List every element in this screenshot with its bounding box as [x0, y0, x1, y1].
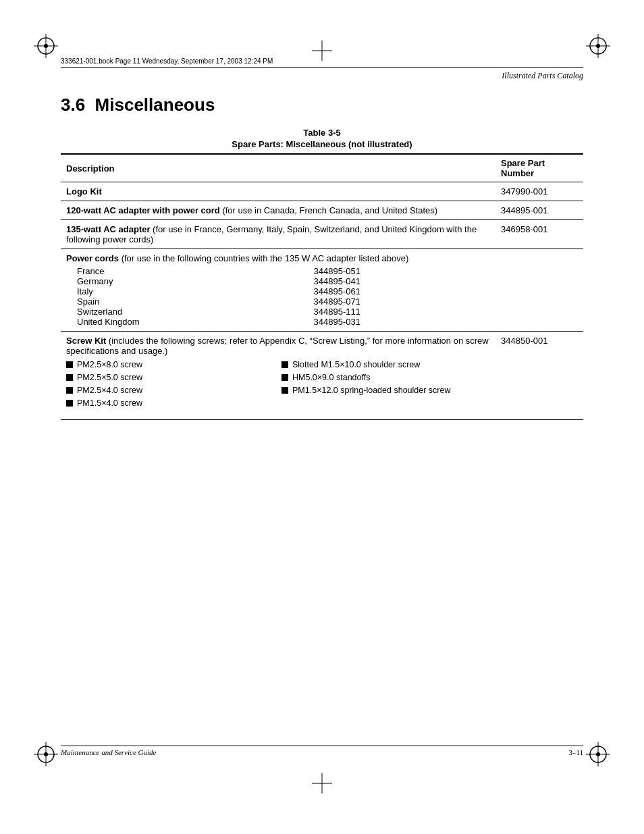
bullet-square-1 — [66, 361, 73, 368]
country-uk: United Kingdom — [77, 317, 158, 327]
screw-item-7: PM1.5×12.0 spring-loaded shoulder screw — [281, 386, 490, 395]
table-title-line1: Table 3-5 — [61, 128, 583, 138]
description-120w: 120-watt AC adapter with power cord (for… — [61, 201, 495, 220]
bullet-square-6 — [281, 374, 288, 381]
bullet-square-7 — [281, 387, 288, 394]
col-header-description: Description — [61, 154, 495, 182]
svg-point-15 — [596, 752, 600, 756]
screw-label-4: PM1.5×4.0 screw — [77, 398, 142, 408]
screw-label-6: HM5.0×9.0 standoffs — [292, 373, 370, 382]
parts-table: Description Spare Part Number Logo Kit 3… — [61, 153, 583, 420]
screw-col-left: PM2.5×8.0 screw PM2.5×5.0 screw PM2.5×4.… — [66, 360, 275, 411]
screw-item-2: PM2.5×5.0 screw — [66, 373, 275, 382]
country-italy: Italy — [77, 286, 158, 296]
country-row-france: France 344895-051 — [77, 266, 360, 276]
screw-label-2: PM2.5×5.0 screw — [77, 373, 142, 382]
country-row-spain: Spain 344895-071 — [77, 296, 360, 307]
header-right: Illustrated Parts Catalog — [502, 71, 583, 81]
table-row-120w: 120-watt AC adapter with power cord (for… — [61, 201, 583, 220]
svg-point-11 — [44, 752, 48, 756]
screw-list-container: PM2.5×8.0 screw PM2.5×5.0 screw PM2.5×4.… — [66, 356, 490, 415]
part-switzerland: 344895-111 — [314, 307, 360, 317]
file-info: 333621-001.book Page 11 Wednesday, Septe… — [61, 57, 583, 68]
screw-label-1: PM2.5×8.0 screw — [77, 360, 142, 369]
header-right-text: Illustrated Parts Catalog — [502, 71, 583, 80]
part-num-screw-kit: 344850-001 — [495, 332, 583, 420]
section-number: 3.6 — [61, 95, 85, 115]
description-power-cords: Power cords (for use in the following co… — [61, 249, 583, 332]
main-content: 3.6 Miscellaneous Table 3-5 Spare Parts:… — [61, 88, 583, 420]
country-row-switzerland: Switzerland 344895-111 — [77, 307, 360, 317]
screw-item-4: PM1.5×4.0 screw — [66, 398, 275, 408]
country-spain: Spain — [77, 296, 158, 307]
corner-mark-tl — [34, 34, 58, 58]
country-germany: Germany — [77, 276, 158, 286]
part-italy: 344895-061 — [314, 286, 360, 296]
part-num-120w: 344895-001 — [495, 201, 583, 220]
screw-item-3: PM2.5×4.0 screw — [66, 386, 275, 395]
table-row-screw-kit: Screw Kit (includes the following screws… — [61, 332, 583, 420]
country-list: France 344895-051 Germany 344895-041 Ita… — [66, 266, 578, 327]
part-germany: 344895-041 — [314, 276, 360, 286]
description-logo-kit: Logo Kit — [61, 182, 495, 201]
table-row-logo-kit: Logo Kit 347990-001 — [61, 182, 583, 201]
country-row-uk: United Kingdom 344895-031 — [77, 317, 360, 327]
section-title: 3.6 Miscellaneous — [61, 95, 583, 115]
table-title-line2: Spare Parts: Miscellaneous (not illustra… — [61, 139, 583, 149]
description-screw-kit: Screw Kit (includes the following screws… — [61, 332, 495, 420]
part-uk: 344895-031 — [314, 317, 360, 327]
country-row-germany: Germany 344895-041 — [77, 276, 360, 286]
section-title-text: Miscellaneous — [95, 95, 215, 115]
part-france: 344895-051 — [314, 266, 360, 276]
part-num-logo-kit: 347990-001 — [495, 182, 583, 201]
footer-line — [61, 746, 583, 746]
bullet-square-3 — [66, 387, 73, 394]
screw-item-6: HM5.0×9.0 standoffs — [281, 373, 490, 382]
footer-left: Maintenance and Service Guide — [61, 748, 156, 756]
footer-left-text: Maintenance and Service Guide — [61, 748, 156, 756]
bottom-center-mark — [312, 773, 332, 793]
description-135w: 135-watt AC adapter (for use in France, … — [61, 220, 495, 249]
corner-mark-br — [586, 742, 610, 766]
screw-item-1: PM2.5×8.0 screw — [66, 360, 275, 369]
footer-right: 3–11 — [568, 748, 583, 756]
screw-label-7: PM1.5×12.0 spring-loaded shoulder screw — [292, 386, 451, 395]
table-row-135w: 135-watt AC adapter (for use in France, … — [61, 220, 583, 249]
screw-label-5: Slotted M1.5×10.0 shoulder screw — [292, 360, 420, 369]
svg-point-7 — [596, 44, 600, 48]
part-num-135w: 346958-001 — [495, 220, 583, 249]
bullet-square-4 — [66, 400, 73, 407]
country-switzerland: Switzerland — [77, 307, 158, 317]
page: 333621-001.book Page 11 Wednesday, Septe… — [0, 0, 644, 834]
screw-col-right: Slotted M1.5×10.0 shoulder screw HM5.0×9… — [281, 360, 490, 411]
table-row-power-cords: Power cords (for use in the following co… — [61, 249, 583, 332]
country-row-italy: Italy 344895-061 — [77, 286, 360, 296]
country-france: France — [77, 266, 158, 276]
corner-mark-bl — [34, 742, 58, 766]
bullet-square-2 — [66, 374, 73, 381]
screw-item-5: Slotted M1.5×10.0 shoulder screw — [281, 360, 490, 369]
corner-mark-tr — [586, 34, 610, 58]
bullet-square-5 — [281, 361, 288, 368]
file-info-text: 333621-001.book Page 11 Wednesday, Septe… — [61, 57, 273, 65]
svg-point-3 — [44, 44, 48, 48]
part-spain: 344895-071 — [314, 296, 360, 307]
footer-right-text: 3–11 — [568, 748, 583, 756]
screw-label-3: PM2.5×4.0 screw — [77, 386, 142, 395]
col-header-spare-part: Spare Part Number — [495, 154, 583, 182]
